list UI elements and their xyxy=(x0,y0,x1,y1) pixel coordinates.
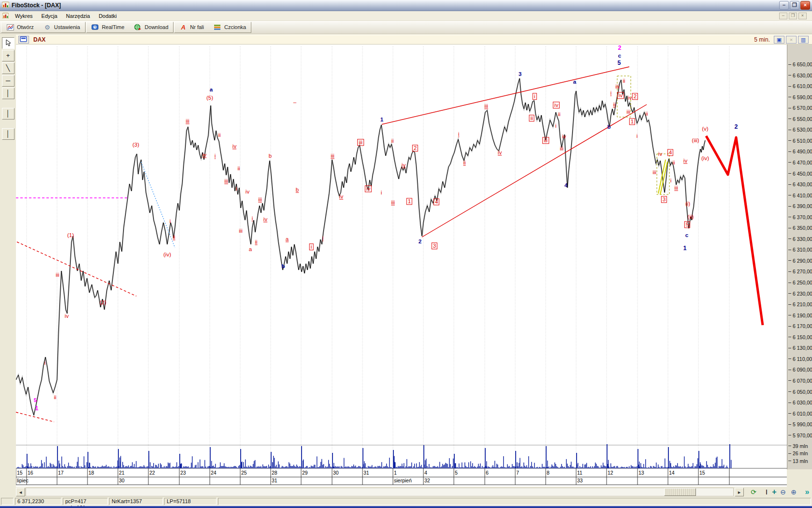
crosshair-mode-button[interactable]: + xyxy=(769,487,779,497)
scrollbar-thumb[interactable] xyxy=(664,488,696,496)
chart-properties-button[interactable]: ▥ xyxy=(798,36,809,44)
wave-label: (i) xyxy=(685,201,690,207)
minimize-button[interactable]: – xyxy=(779,1,789,10)
menu-bar: WykresEdycjaNarzędziaDodatki –❐× xyxy=(0,11,812,21)
open-button-label: Otwórz xyxy=(17,24,34,30)
wave-label: (v) xyxy=(702,126,708,132)
menu-item-0[interactable]: Wykres xyxy=(11,12,37,20)
realtime-button-label: RealTime xyxy=(102,24,125,30)
price-axis-label: 6 210,00 xyxy=(788,301,812,307)
mdi-close-button[interactable]: × xyxy=(798,13,807,19)
vertical-line-tool[interactable]: │ xyxy=(2,88,14,99)
scroll-left-button[interactable]: ◂ xyxy=(16,488,25,496)
main-toolbar: Otwórz⚙UstawieniaRealTimeDownloadANr fal… xyxy=(0,21,812,34)
wave-number-button-label: Nr fali xyxy=(190,24,204,30)
wave-number-button[interactable]: ANr fali xyxy=(174,22,209,32)
crosshair-tool[interactable]: + xyxy=(2,50,14,61)
wave-number-icon: A xyxy=(179,24,187,30)
chart-maximize-button[interactable]: ▣ xyxy=(774,36,784,44)
scroll-right-button[interactable]: ▸ xyxy=(735,488,744,496)
scroll-end-button[interactable]: » xyxy=(802,487,812,497)
status-field-5 xyxy=(218,498,811,505)
symbol-window-icon xyxy=(20,36,28,44)
wave-label: i xyxy=(381,190,382,195)
settings-button[interactable]: ⚙Ustawienia xyxy=(39,22,85,32)
wave-label: iv xyxy=(365,185,372,192)
wave-label: (iii) xyxy=(692,137,699,143)
close-button[interactable]: × xyxy=(800,1,810,10)
wave-label: i xyxy=(170,218,171,224)
trendline-tool[interactable]: ╲ xyxy=(2,62,14,74)
font-button[interactable]: Czcionka xyxy=(209,22,251,32)
price-axis-label: 6 430,00 xyxy=(788,181,812,187)
axis-corner xyxy=(787,469,812,487)
drawing-tool-palette: +╲─│││ xyxy=(0,35,16,497)
wave-label: a xyxy=(249,246,252,252)
price-axis-label: 6 070,00 xyxy=(788,378,812,384)
menu-item-3[interactable]: Dodatki xyxy=(94,12,121,20)
wave-label: iv xyxy=(683,158,687,164)
mdi-minimize-button[interactable]: – xyxy=(779,13,787,19)
price-axis-label: 6 230,00 xyxy=(788,291,812,297)
wave-label: b xyxy=(281,263,285,269)
scrollbar-track[interactable] xyxy=(26,488,734,496)
segment-tool[interactable]: │ xyxy=(2,108,14,120)
date-label: 6 xyxy=(486,470,489,476)
price-axis-label: 6 190,00 xyxy=(788,313,812,318)
price-chart-canvas[interactable] xyxy=(0,45,812,487)
cursor-tool[interactable] xyxy=(2,37,14,49)
price-axis-label: 6 310,00 xyxy=(788,247,812,253)
week-month-label: 33 xyxy=(577,478,583,483)
menu-item-2[interactable]: Narzędzia xyxy=(62,12,95,20)
date-label: 23 xyxy=(180,470,186,476)
wave-label: 4 xyxy=(565,182,567,188)
wave-label: i xyxy=(610,90,612,96)
price-axis-label: 6 590,00 xyxy=(788,94,812,100)
wave-label: i xyxy=(637,133,638,139)
chart-close-button[interactable]: × xyxy=(786,36,797,44)
window-title: FiboStock - [DAX] xyxy=(12,2,61,9)
wave-label: iv xyxy=(628,95,632,101)
chart-body[interactable]: 6 650,006 630,006 610,006 590,006 570,00… xyxy=(0,45,812,487)
wave-label: iv xyxy=(617,92,624,99)
wave-label: (2) xyxy=(100,299,106,305)
price-axis[interactable]: 6 650,006 630,006 610,006 590,006 570,00… xyxy=(787,45,812,445)
open-button[interactable]: Otwórz xyxy=(1,22,39,32)
restore-button[interactable]: ❐ xyxy=(790,1,799,10)
horizontal-line-tool[interactable]: ─ xyxy=(2,75,14,87)
menu-app-icon xyxy=(2,13,9,19)
wave-label: iv xyxy=(246,189,249,194)
date-label: 22 xyxy=(149,470,155,476)
wave-label: ii xyxy=(173,234,175,240)
price-axis-label: 6 630,00 xyxy=(788,73,812,78)
marker-tool[interactable]: │ xyxy=(2,128,14,140)
date-label: 5 xyxy=(455,470,458,476)
mdi-restore-button[interactable]: ❐ xyxy=(789,13,797,19)
zoom-out-button[interactable]: ⊖ xyxy=(778,487,788,497)
date-label: 15 xyxy=(699,470,705,476)
realtime-button[interactable]: RealTime xyxy=(87,22,130,32)
chart-symbol-button[interactable] xyxy=(18,36,29,44)
price-axis-label: 5 970,00 xyxy=(788,433,812,438)
zoom-in-button[interactable]: ⊕ xyxy=(789,487,798,497)
wave-label: ii xyxy=(672,160,675,165)
date-label: 28 xyxy=(272,470,277,476)
wave-label: iv xyxy=(339,194,343,199)
wave-label: iii xyxy=(357,139,364,146)
date-label: 8 xyxy=(547,470,550,476)
wave-label: i xyxy=(322,235,324,241)
wave-label: 1 xyxy=(380,117,383,122)
date-label: 12 xyxy=(608,470,613,476)
wave-label: (3) xyxy=(132,142,139,148)
gear-icon: ⚙ xyxy=(44,24,51,30)
wave-label: iii xyxy=(186,118,189,124)
price-axis-label: 6 490,00 xyxy=(788,149,812,154)
wave-label: iv xyxy=(498,149,502,155)
download-button[interactable]: Download xyxy=(129,22,173,32)
wave-label: i xyxy=(215,153,216,159)
price-axis-label: 6 450,00 xyxy=(788,171,812,177)
date-label: 13 xyxy=(638,470,644,476)
menu-item-1[interactable]: Edycja xyxy=(37,12,62,20)
refresh-button[interactable]: ⟳ xyxy=(749,487,758,497)
volume-axis[interactable]: 39 mln26 mln13 mln xyxy=(787,445,812,469)
